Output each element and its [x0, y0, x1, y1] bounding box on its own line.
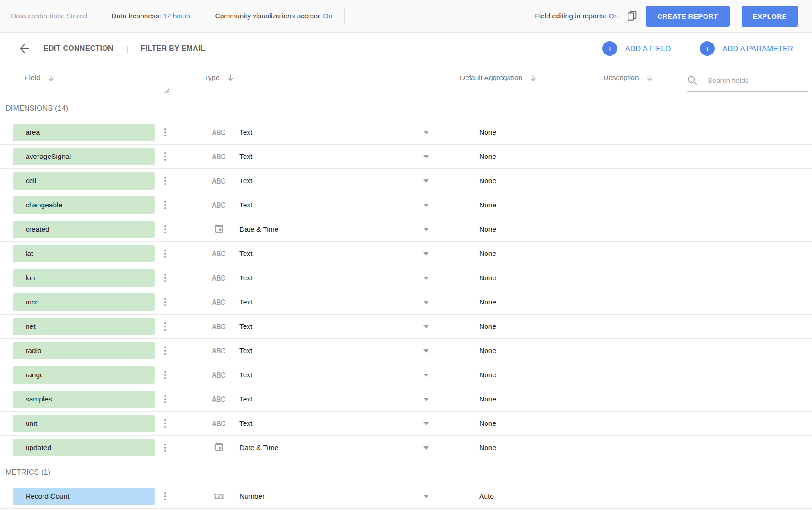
field-chip[interactable]: radio — [13, 342, 155, 359]
kebab-menu-icon[interactable] — [162, 126, 168, 138]
calendar-icon — [214, 442, 224, 454]
text-type-icon: ABC — [212, 347, 226, 355]
sort-down-icon[interactable] — [226, 74, 235, 82]
type-dropdown-icon[interactable] — [423, 374, 429, 377]
add-field-button[interactable]: + ADD A FIELD — [602, 41, 671, 56]
field-chip[interactable]: samples — [13, 391, 155, 408]
type-dropdown-icon[interactable] — [423, 325, 429, 328]
aggregation-value[interactable]: None — [479, 419, 812, 428]
aggregation-value[interactable]: None — [479, 444, 812, 452]
kebab-menu-icon[interactable] — [162, 223, 168, 235]
field-chip-label: updated — [26, 444, 51, 452]
community-viz-status[interactable]: Community visualizations access: On — [215, 12, 333, 20]
aggregation-value[interactable]: None — [479, 274, 812, 282]
text-type-icon: ABC — [212, 152, 226, 161]
type-icon-cell: ABC 123 — [214, 223, 224, 236]
type-dropdown-icon[interactable] — [423, 349, 429, 353]
field-editing-value[interactable]: On — [608, 12, 618, 20]
field-chip-label: area — [26, 128, 40, 136]
aggregation-value[interactable]: None — [479, 201, 812, 209]
kebab-menu-icon[interactable] — [162, 272, 168, 284]
aggregation-value[interactable]: None — [479, 128, 812, 136]
field-chip[interactable]: range — [13, 366, 155, 384]
data-freshness-status[interactable]: Data freshness: 12 hours — [111, 12, 190, 20]
type-dropdown-icon[interactable] — [423, 252, 429, 255]
aggregation-value[interactable]: None — [479, 371, 812, 379]
aggregation-value[interactable]: None — [479, 395, 812, 403]
section-title: DIMENSIONS (14) — [0, 96, 812, 120]
copy-icon[interactable] — [625, 9, 639, 23]
kebab-menu-icon[interactable] — [162, 151, 168, 163]
data-freshness-value[interactable]: 12 hours — [163, 12, 190, 20]
text-type-icon: ABC — [212, 128, 226, 136]
type-dropdown-icon[interactable] — [423, 301, 429, 304]
kebab-menu-icon[interactable] — [162, 490, 168, 502]
type-dropdown-icon[interactable] — [423, 131, 429, 134]
field-chip[interactable]: lat — [13, 245, 155, 262]
kebab-menu-icon[interactable] — [162, 369, 168, 381]
sort-down-icon[interactable] — [529, 74, 537, 82]
field-chip[interactable]: cell — [13, 172, 155, 190]
kebab-menu-icon[interactable] — [162, 393, 168, 405]
kebab-menu-icon[interactable] — [162, 175, 168, 187]
aggregation-value[interactable]: None — [479, 177, 812, 185]
kebab-menu-icon[interactable] — [162, 199, 168, 211]
type-icon-cell: ABC 123 — [211, 129, 226, 136]
type-dropdown-icon[interactable] — [423, 179, 429, 183]
kebab-menu-icon[interactable] — [162, 345, 168, 357]
type-dropdown-icon[interactable] — [423, 228, 429, 231]
kebab-menu-icon[interactable] — [162, 248, 168, 260]
field-chip[interactable]: net — [13, 318, 155, 335]
type-dropdown-icon[interactable] — [423, 155, 429, 158]
connection-toolbar: EDIT CONNECTION | FILTER BY EMAIL + ADD … — [0, 33, 812, 65]
field-chip[interactable]: averageSignal — [13, 148, 155, 165]
explore-button[interactable]: EXPLORE — [742, 6, 798, 27]
type-dropdown-icon[interactable] — [423, 277, 429, 280]
type-label: Text — [239, 201, 416, 209]
kebab-menu-icon[interactable] — [162, 442, 168, 454]
column-resize-handle[interactable] — [164, 87, 170, 95]
aggregation-value[interactable]: None — [479, 152, 812, 161]
back-arrow-icon[interactable] — [17, 42, 31, 55]
aggregation-value[interactable]: None — [479, 298, 812, 306]
type-label: Text — [239, 152, 416, 161]
search-fields-box — [687, 70, 808, 92]
type-dropdown-icon[interactable] — [423, 204, 429, 207]
text-type-icon: ABC — [212, 322, 226, 331]
field-chip[interactable]: area — [13, 124, 155, 141]
field-chip[interactable]: created — [13, 221, 155, 238]
edit-connection-link[interactable]: EDIT CONNECTION — [43, 44, 114, 53]
field-chip[interactable]: lon — [13, 269, 155, 287]
field-chip-label: changeable — [26, 201, 62, 209]
sort-down-icon[interactable] — [47, 74, 55, 82]
kebab-menu-icon[interactable] — [162, 418, 168, 429]
sort-down-icon[interactable] — [645, 74, 654, 82]
type-dropdown-icon[interactable] — [423, 422, 429, 425]
aggregation-value[interactable]: None — [479, 347, 812, 355]
type-dropdown-icon[interactable] — [423, 446, 429, 450]
type-dropdown-icon[interactable] — [423, 495, 429, 498]
filter-by-email-link[interactable]: FILTER BY EMAIL — [141, 44, 205, 53]
type-icon-cell: ABC 123 — [211, 371, 226, 379]
field-chip[interactable]: updated — [13, 439, 155, 456]
kebab-menu-icon[interactable] — [162, 320, 168, 332]
type-dropdown-icon[interactable] — [423, 398, 429, 401]
search-fields-input[interactable] — [708, 76, 799, 85]
field-chip[interactable]: Record Count — [13, 488, 155, 505]
aggregation-value[interactable]: Auto — [479, 492, 812, 500]
field-chip[interactable]: changeable — [13, 196, 155, 214]
aggregation-value[interactable]: None — [479, 322, 812, 331]
community-viz-value[interactable]: On — [323, 12, 333, 20]
field-chip[interactable]: mcc — [13, 293, 155, 311]
data-credentials-label: Data credentials: — [11, 12, 64, 20]
aggregation-value[interactable]: None — [479, 250, 812, 258]
field-chip[interactable]: unit — [13, 415, 155, 432]
section-rows: area ABC 123 Text None averageSignal ABC… — [0, 120, 812, 460]
data-credentials-status[interactable]: Data credentials: Stored — [11, 12, 87, 20]
field-editing-status[interactable]: Field editing in reports: On — [535, 12, 618, 20]
create-report-button[interactable]: CREATE REPORT — [646, 6, 729, 27]
kebab-menu-icon[interactable] — [162, 296, 168, 308]
text-type-icon: ABC — [212, 395, 226, 403]
aggregation-value[interactable]: None — [479, 225, 812, 233]
add-parameter-button[interactable]: + ADD A PARAMETER — [700, 41, 793, 56]
